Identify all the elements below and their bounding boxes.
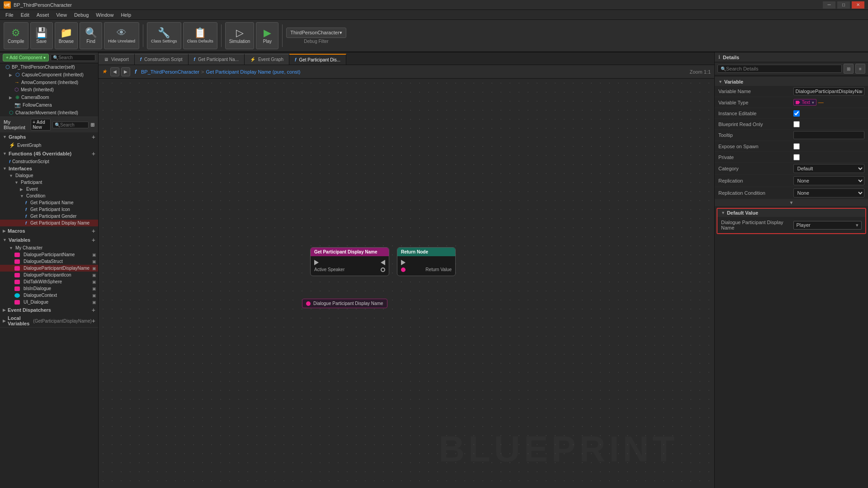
category-dropdown[interactable]: Default: [793, 164, 865, 173]
tree-condition[interactable]: ▼ Condition: [0, 192, 98, 199]
path-class[interactable]: BP_ThirdPersonCharacter: [141, 69, 199, 75]
var-did-talk-with-sphere[interactable]: DidTalkWithSphere ▣: [0, 278, 98, 285]
find-button[interactable]: 🔍 Find: [80, 22, 102, 49]
menu-edit[interactable]: Edit: [17, 11, 33, 19]
tree-get-participant-display-name[interactable]: f Get Participant Display Name: [0, 220, 98, 226]
tree-get-participant-gender[interactable]: f Get Participant Gender: [0, 213, 98, 220]
variable-out-pin[interactable]: [306, 301, 311, 306]
exec-out-pin[interactable]: [381, 260, 385, 265]
tab-get-participant-na[interactable]: f Get Participant Na...: [189, 54, 245, 65]
return-exec-in-pin[interactable]: [401, 260, 406, 265]
maximize-button[interactable]: □: [837, 1, 850, 9]
variable-name-input[interactable]: [793, 87, 865, 95]
instance-editable-checkbox[interactable]: [793, 110, 800, 117]
menu-file[interactable]: File: [2, 11, 17, 19]
var-bIsInDialogue[interactable]: bIsInDialogue ▣: [0, 285, 98, 292]
debug-actor-dropdown[interactable]: ThirdPersonCharacter▾: [286, 28, 346, 38]
var-dialogue-participant-display-name[interactable]: DialogueParticipantDisplayName ▣: [0, 265, 98, 272]
type-remove-button[interactable]: —: [818, 99, 824, 106]
options-icon[interactable]: ⊞: [90, 122, 94, 128]
var-dialogue-participant-icon[interactable]: DialogueParticipantIcon ▣: [0, 272, 98, 278]
tab-viewport[interactable]: 🖥 Viewport: [99, 54, 135, 65]
path-function[interactable]: Get Participant Display Name (pure, cons…: [206, 69, 300, 75]
save-button[interactable]: 💾 Save: [30, 22, 53, 49]
menu-help[interactable]: Help: [117, 11, 135, 19]
tree-item-charactermovement[interactable]: ⬡ CharacterMovement (Inherited): [0, 109, 98, 117]
tree-item-cameraboom[interactable]: ▶ ⊕ CameraBoom: [0, 94, 98, 101]
exec-in-pin[interactable]: [314, 260, 319, 265]
play-button[interactable]: ▶ Play: [256, 22, 278, 49]
event-dispatchers-add-button[interactable]: +: [92, 306, 95, 314]
path-forward-button[interactable]: ▶: [121, 67, 130, 76]
var-dialogue-participant-name[interactable]: DialogueParticipantName ▣: [0, 251, 98, 258]
node-get-participant-display-name[interactable]: Get Participant Display Name Ac: [310, 247, 389, 276]
close-button[interactable]: ✕: [852, 1, 864, 9]
private-checkbox[interactable]: [793, 154, 800, 160]
components-search-input[interactable]: [58, 55, 93, 60]
tree-item-arrow[interactable]: → ArrowComponent (Inherited): [0, 79, 98, 86]
local-variables-header[interactable]: ▶ Local Variables (GetParticipantDisplay…: [0, 314, 98, 327]
class-settings-button[interactable]: 🔧 Class Settings: [147, 22, 181, 49]
event-dispatchers-header[interactable]: ▶ Event Dispatchers +: [0, 305, 98, 314]
blueprint-read-only-checkbox[interactable]: [793, 121, 800, 127]
details-view-button-2[interactable]: ≡: [855, 64, 865, 74]
node-variable[interactable]: Dialogue Participant Display Name: [302, 299, 387, 308]
macros-section-header[interactable]: ▶ Macros +: [0, 226, 98, 235]
graphs-section-header[interactable]: ▼ Graphs +: [0, 132, 98, 141]
active-speaker-pin[interactable]: [381, 267, 385, 272]
minimize-button[interactable]: ─: [823, 1, 835, 9]
compile-button[interactable]: ⚙ Compile: [4, 22, 28, 49]
tree-get-participant-name[interactable]: f Get Participant Name: [0, 199, 98, 206]
node-return[interactable]: Return Node Return Value: [397, 247, 456, 276]
tree-item-eventgraph[interactable]: ⚡ EventGraph: [0, 141, 98, 149]
add-component-button[interactable]: + Add Component ▾: [3, 54, 49, 61]
var-dialogue-data-struct[interactable]: DialogueDataStruct ▣: [0, 258, 98, 265]
player-dropdown[interactable]: Player ▾: [793, 221, 862, 230]
menu-asset[interactable]: Asset: [33, 11, 53, 19]
replication-condition-dropdown[interactable]: None: [793, 188, 865, 197]
type-dropdown-icon[interactable]: ▾: [812, 100, 814, 105]
tab-get-participant-dis[interactable]: f Get Participant Dis...: [289, 54, 346, 65]
expose-on-spawn-checkbox[interactable]: [793, 143, 800, 150]
tree-participant[interactable]: ▼ Participant: [0, 179, 98, 186]
details-search-input[interactable]: [726, 66, 839, 71]
var-ui-dialogue[interactable]: UI_Dialogue ▣: [0, 299, 98, 305]
tree-event[interactable]: ▶ Event: [0, 186, 98, 192]
functions-add-button[interactable]: +: [92, 150, 95, 157]
tree-get-participant-icon[interactable]: f Get Participant Icon: [0, 206, 98, 213]
macros-add-button[interactable]: +: [92, 227, 95, 235]
browse-button[interactable]: 📁 Browse: [55, 22, 78, 49]
tree-my-character[interactable]: ▼ My Character: [0, 244, 98, 251]
window-controls[interactable]: ─ □ ✕: [823, 1, 864, 9]
type-badge[interactable]: Text ▾: [793, 99, 816, 106]
variables-section-header[interactable]: ▼ Variables +: [0, 235, 98, 244]
menu-debug[interactable]: Debug: [71, 11, 92, 19]
tree-root-item[interactable]: ⬡ BP_ThirdPersonCharacter(self): [0, 63, 98, 71]
var-dialogue-context[interactable]: DialogueContext ▣: [0, 292, 98, 299]
local-variables-add-button[interactable]: +: [92, 317, 95, 324]
replication-dropdown[interactable]: None: [793, 176, 865, 185]
tab-construction-script[interactable]: f Construction Script: [135, 54, 189, 65]
class-defaults-button[interactable]: 📋 Class Defaults: [183, 22, 217, 49]
return-value-pin[interactable]: [401, 267, 406, 272]
path-back-button[interactable]: ◀: [110, 67, 119, 76]
add-new-button[interactable]: + Add New: [31, 119, 51, 131]
menu-view[interactable]: View: [52, 11, 71, 19]
interfaces-section-header[interactable]: ▼ Interfaces: [0, 165, 98, 172]
hide-unrelated-button[interactable]: 👁 Hide Unrelated: [104, 22, 139, 49]
menu-window[interactable]: Window: [92, 11, 117, 19]
graphs-add-button[interactable]: +: [92, 133, 95, 141]
tree-dialogue[interactable]: ▼ Dialogue: [0, 172, 98, 179]
variable-section-header[interactable]: ▼ Variable: [715, 77, 868, 86]
tree-item-mesh[interactable]: ⬡ Mesh (Inherited): [0, 86, 98, 94]
tooltip-input[interactable]: [793, 131, 865, 139]
simulation-button[interactable]: ▷ Simulation: [225, 22, 255, 49]
tree-item-capsule[interactable]: ▶ ⬡ CapsuleComponent (Inherited): [0, 71, 98, 79]
tree-item-constructionscript[interactable]: f ConstructionScript: [0, 158, 98, 165]
tree-item-followcamera[interactable]: 📷 FollowCamera: [0, 101, 98, 109]
my-blueprint-search-input[interactable]: [60, 122, 87, 127]
blueprint-canvas[interactable]: Get Participant Display Name Ac: [99, 79, 714, 488]
variables-add-button[interactable]: +: [92, 236, 95, 244]
functions-section-header[interactable]: ▼ Functions (45 Overridable) +: [0, 149, 98, 158]
details-view-button-1[interactable]: ⊞: [844, 64, 854, 74]
